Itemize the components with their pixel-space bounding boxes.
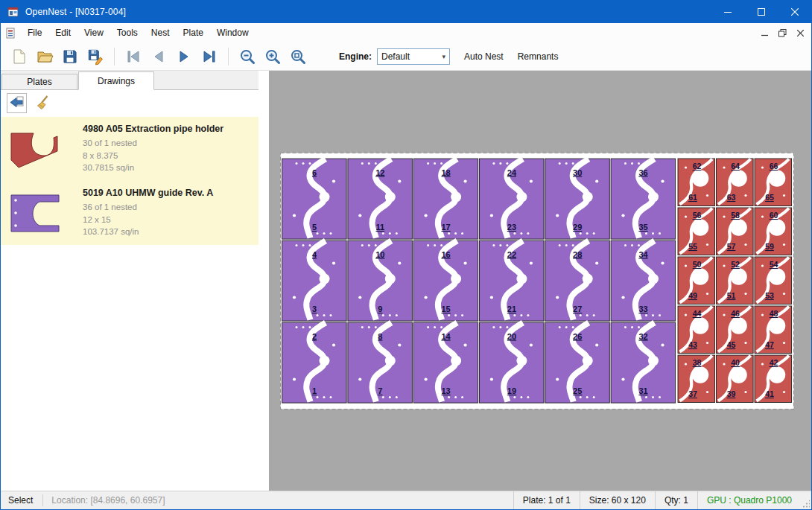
engine-value: Default bbox=[381, 51, 410, 62]
nest-cell[interactable]: 2423 bbox=[480, 159, 545, 239]
nest-cell[interactable]: 87 bbox=[348, 322, 413, 403]
list-item[interactable]: 4980 A05 Extraction pipe holder 30 of 1 … bbox=[1, 117, 258, 181]
tab-drawings[interactable]: Drawings bbox=[78, 71, 154, 90]
new-button[interactable] bbox=[8, 45, 31, 68]
tab-strip: Plates Drawings bbox=[1, 71, 258, 90]
mdi-restore-icon[interactable] bbox=[775, 26, 790, 39]
svg-text:10: 10 bbox=[375, 250, 384, 259]
document-icon[interactable] bbox=[5, 28, 16, 39]
nest-cell[interactable]: 6059 bbox=[755, 208, 792, 255]
nest-cell[interactable]: 4039 bbox=[717, 355, 754, 403]
nest-cell[interactable]: 5049 bbox=[678, 257, 715, 305]
save-as-icon bbox=[86, 48, 104, 66]
nest-cell[interactable]: 3029 bbox=[545, 159, 610, 239]
minimize-button[interactable] bbox=[711, 1, 744, 23]
nest-cell[interactable]: 1817 bbox=[413, 159, 478, 239]
mdi-close-icon[interactable] bbox=[793, 26, 808, 39]
svg-text:60: 60 bbox=[770, 211, 778, 220]
nest-cell[interactable]: 3837 bbox=[678, 355, 715, 403]
remnants-button[interactable]: Remnants bbox=[518, 51, 559, 62]
list-item[interactable]: 5019 A10 UHMW guide Rev. A 36 of 1 neste… bbox=[1, 181, 258, 245]
status-location: Location: [84.8696, 60.6957] bbox=[43, 495, 173, 506]
menu-file[interactable]: File bbox=[21, 24, 48, 42]
menu-window[interactable]: Window bbox=[210, 24, 256, 42]
first-arrow-icon bbox=[124, 48, 142, 66]
nest-cell[interactable]: 2019 bbox=[480, 322, 545, 403]
open-button[interactable] bbox=[34, 45, 56, 68]
nest-cell[interactable]: 4241 bbox=[755, 355, 792, 403]
nest-cell[interactable]: 4443 bbox=[678, 306, 715, 354]
nest-cell[interactable]: 43 bbox=[282, 240, 347, 321]
nest-cell[interactable]: 6665 bbox=[755, 159, 792, 206]
previous-plate-button[interactable] bbox=[148, 45, 170, 68]
first-plate-button[interactable] bbox=[122, 45, 145, 68]
zoom-out-button[interactable] bbox=[236, 45, 258, 68]
svg-text:44: 44 bbox=[693, 309, 702, 318]
nest-cell[interactable]: 5655 bbox=[678, 208, 715, 255]
arrow-left-icon bbox=[9, 95, 25, 111]
svg-text:24: 24 bbox=[507, 168, 517, 177]
part-thumbnail-red bbox=[8, 127, 62, 170]
nest-cell[interactable]: 6463 bbox=[717, 159, 754, 206]
panel-splitter[interactable] bbox=[258, 71, 269, 491]
nest-cell[interactable]: 5857 bbox=[717, 208, 754, 255]
nest-cell[interactable]: 109 bbox=[348, 240, 413, 321]
svg-text:22: 22 bbox=[507, 250, 516, 259]
nest-cell[interactable]: 1413 bbox=[413, 322, 478, 403]
nest-cell[interactable]: 2625 bbox=[545, 322, 610, 403]
svg-text:66: 66 bbox=[770, 162, 778, 170]
status-right: Plate: 1 of 1 Size: 60 x 120 Qty: 1 GPU … bbox=[513, 491, 811, 509]
next-plate-button[interactable] bbox=[173, 45, 195, 68]
nest-cell[interactable]: 21 bbox=[282, 322, 347, 403]
nest-cell[interactable]: 2827 bbox=[545, 240, 610, 321]
svg-text:16: 16 bbox=[441, 250, 450, 259]
nest-cell[interactable]: 3635 bbox=[611, 159, 676, 239]
toolbar-separator bbox=[228, 48, 229, 66]
title-bar: OpenNest - [N0317-004] bbox=[1, 1, 811, 23]
close-button[interactable] bbox=[778, 1, 811, 23]
nest-cell[interactable]: 2221 bbox=[480, 240, 545, 321]
engine-dropdown[interactable]: Default ▾ bbox=[377, 48, 450, 65]
svg-text:58: 58 bbox=[731, 211, 740, 220]
nest-cell[interactable]: 3231 bbox=[611, 322, 676, 403]
resize-grip[interactable] bbox=[801, 491, 811, 509]
send-to-nest-button[interactable] bbox=[7, 93, 27, 113]
menu-tools[interactable]: Tools bbox=[110, 24, 145, 42]
menu-view[interactable]: View bbox=[77, 24, 110, 42]
svg-text:46: 46 bbox=[731, 309, 740, 318]
nest-cell[interactable]: 1211 bbox=[348, 159, 413, 239]
window-title: OpenNest - [N0317-004] bbox=[25, 7, 126, 17]
nest-cell[interactable]: 5251 bbox=[717, 257, 754, 305]
tab-plates[interactable]: Plates bbox=[1, 74, 77, 89]
nest-cell[interactable]: 4645 bbox=[717, 306, 754, 354]
save-icon bbox=[61, 48, 79, 66]
mdi-minimize-icon[interactable] bbox=[757, 26, 772, 39]
menu-plate[interactable]: Plate bbox=[177, 24, 210, 42]
nest-plate[interactable]: 6512111817242330293635431091615222128273… bbox=[280, 153, 794, 409]
menu-edit[interactable]: Edit bbox=[48, 24, 77, 42]
save-button[interactable] bbox=[59, 45, 81, 68]
svg-text:3: 3 bbox=[312, 305, 317, 313]
drawing-info: 4980 A05 Extraction pipe holder 30 of 1 … bbox=[83, 124, 223, 174]
nest-cell[interactable]: 3433 bbox=[611, 240, 676, 321]
nest-cell[interactable]: 65 bbox=[282, 159, 347, 239]
menu-nest[interactable]: Nest bbox=[145, 24, 177, 42]
save-as-button[interactable] bbox=[84, 45, 107, 68]
maximize-button[interactable] bbox=[744, 1, 778, 23]
zoom-in-button[interactable] bbox=[261, 45, 284, 68]
zoom-fit-button[interactable] bbox=[287, 45, 309, 68]
nest-canvas[interactable]: 6512111817242330293635431091615222128273… bbox=[269, 71, 811, 491]
nest-cell[interactable]: 1615 bbox=[413, 240, 478, 321]
engine-label: Engine: bbox=[339, 51, 372, 62]
drawing-nested-count: 30 of 1 nested bbox=[83, 137, 223, 150]
nest-cell[interactable]: 5453 bbox=[755, 257, 792, 305]
nest-cell[interactable]: 4847 bbox=[755, 306, 792, 354]
clear-list-button[interactable] bbox=[33, 93, 53, 113]
svg-text:62: 62 bbox=[693, 162, 702, 170]
drawings-toolbar bbox=[1, 90, 258, 115]
status-plate: Plate: 1 of 1 bbox=[513, 491, 580, 509]
nest-cell[interactable]: 6261 bbox=[678, 159, 715, 206]
toolbar-separator bbox=[114, 48, 115, 66]
auto-nest-button[interactable]: Auto Nest bbox=[464, 51, 504, 62]
last-plate-button[interactable] bbox=[198, 45, 221, 68]
